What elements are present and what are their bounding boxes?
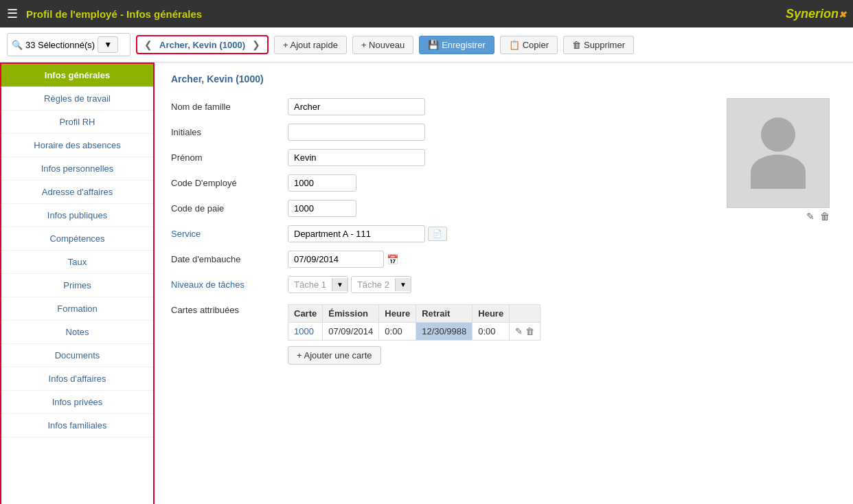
service-input[interactable] <box>288 225 425 242</box>
copier-btn[interactable]: 📋 Copier <box>500 36 558 54</box>
cartes-row: Cartes attribuées Carte Émission Heure R… <box>171 301 713 365</box>
sidebar-item-infos-personnelles[interactable]: Infos personnelles <box>1 157 153 181</box>
sidebar-item-competences[interactable]: Compétences <box>1 227 153 251</box>
search-text: 33 Sélectionné(s) <box>25 40 95 50</box>
avatar-edit-btn[interactable]: ✎ <box>806 211 815 222</box>
sidebar-item-regles-de-travail[interactable]: Règles de travail <box>1 87 153 111</box>
card-delete-btn[interactable]: 🗑 <box>525 326 534 336</box>
tache2-label: Tâche 2 <box>352 277 395 293</box>
code-employe-label: Code D'employé <box>171 178 281 188</box>
date-embauche-group: 📅 <box>288 251 398 268</box>
sidebar-item-taux[interactable]: Taux <box>1 251 153 274</box>
hamburger-icon[interactable]: ☰ <box>7 6 18 21</box>
nom-famille-row: Nom de famille <box>171 98 713 115</box>
service-label: Service <box>171 229 281 239</box>
card-heure-emission: 0:00 <box>379 323 416 341</box>
cards-section: Carte Émission Heure Retrait Heure 1000 … <box>288 304 541 365</box>
col-retrait: Retrait <box>416 305 473 323</box>
search-box[interactable]: 🔍 33 Sélectionné(s) ▼ <box>7 33 130 56</box>
search-dropdown-btn[interactable]: ▼ <box>98 36 118 53</box>
col-heure-retrait: Heure <box>473 305 510 323</box>
sidebar-item-infos-familiales[interactable]: Infos familiales <box>1 414 153 437</box>
col-heure-emission: Heure <box>379 305 416 323</box>
service-row: Service 📄 <box>171 225 713 242</box>
avatar-placeholder <box>751 117 806 189</box>
sidebar-item-primes[interactable]: Primes <box>1 274 153 297</box>
card-number: 1000 <box>288 323 323 341</box>
nom-famille-input[interactable] <box>288 98 425 115</box>
top-bar: ☰ Profil de l'employé - Infos générales … <box>0 0 853 27</box>
initiales-label: Initiales <box>171 127 281 137</box>
sidebar-item-infos-generales[interactable]: Infos générales <box>1 64 153 87</box>
card-edit-btn[interactable]: ✎ <box>515 326 523 336</box>
enregistrer-btn[interactable]: 💾 Enregistrer <box>419 36 494 54</box>
sidebar-item-infos-publiques[interactable]: Infos publiques <box>1 204 153 227</box>
avatar-actions: ✎ 🗑 <box>727 211 830 222</box>
sidebar-item-notes[interactable]: Notes <box>1 321 153 344</box>
card-heure-retrait: 0:00 <box>473 323 510 341</box>
add-card-btn[interactable]: + Ajouter une carte <box>288 346 381 365</box>
nav-next-btn[interactable]: ❯ <box>249 38 263 51</box>
sidebar-item-adresse-daffaires[interactable]: Adresse d'affaires <box>1 181 153 204</box>
nav-group: ❮ Archer, Kevin (1000) ❯ <box>136 35 269 54</box>
avatar-head <box>761 117 795 152</box>
avatar-body <box>751 154 806 189</box>
nom-famille-label: Nom de famille <box>171 102 281 112</box>
table-row: 1000 07/09/2014 0:00 12/30/9988 0:00 ✎ 🗑 <box>288 323 541 341</box>
sidebar-item-documents[interactable]: Documents <box>1 344 153 367</box>
copier-label: Copier <box>523 40 549 50</box>
sidebar-item-profil-rh[interactable]: Profil RH <box>1 111 153 134</box>
sidebar-item-formation[interactable]: Formation <box>1 297 153 321</box>
niveaux-taches-label: Niveaux de tâches <box>171 279 281 290</box>
tache2-select[interactable]: Tâche 2 ▼ <box>351 276 411 293</box>
niveaux-taches-row: Niveaux de tâches Tâche 1 ▼ Tâche 2 ▼ <box>171 276 713 293</box>
service-lookup-btn[interactable]: 📄 <box>428 227 447 241</box>
synerion-logo: Synerion✖ <box>786 7 846 21</box>
tache1-label: Tâche 1 <box>288 277 332 293</box>
prenom-input[interactable] <box>288 149 425 166</box>
date-embauche-row: Date d'embauche 📅 <box>171 251 713 268</box>
card-emission: 07/09/2014 <box>323 323 379 341</box>
avatar-delete-btn[interactable]: 🗑 <box>820 211 830 222</box>
task-group: Tâche 1 ▼ Tâche 2 ▼ <box>288 276 411 293</box>
tache2-dropdown-btn[interactable]: ▼ <box>395 278 411 291</box>
code-employe-input[interactable] <box>288 174 356 192</box>
supprimer-btn[interactable]: 🗑 Supprimer <box>563 36 634 54</box>
date-embauche-label: Date d'embauche <box>171 254 281 264</box>
sidebar-item-infos-privees[interactable]: Infos privées <box>1 391 153 414</box>
tache1-select[interactable]: Tâche 1 ▼ <box>288 276 348 293</box>
copy-icon: 📋 <box>509 40 520 50</box>
col-carte: Carte <box>288 305 323 323</box>
prenom-label: Prénom <box>171 152 281 163</box>
cartes-label: Cartes attribuées <box>171 301 281 315</box>
sidebar-item-infos-daffaires[interactable]: Infos d'affaires <box>1 367 153 391</box>
initiales-row: Initiales <box>171 124 713 141</box>
page-title: Profil de l'employé - Infos générales <box>26 8 777 20</box>
form-section: Nom de famille Initiales Prénom Code D'e… <box>171 98 837 373</box>
nav-prev-btn[interactable]: ❮ <box>141 38 155 51</box>
service-input-group: 📄 <box>288 225 447 242</box>
supprimer-label: Supprimer <box>584 40 625 50</box>
initiales-input[interactable] <box>288 124 425 141</box>
card-actions: ✎ 🗑 <box>510 323 541 341</box>
col-emission: Émission <box>323 305 379 323</box>
sidebar-item-horaire-des-absences[interactable]: Horaire des absences <box>1 134 153 157</box>
content-area: Archer, Kevin (1000) Nom de famille Init… <box>155 62 853 504</box>
tache1-dropdown-btn[interactable]: ▼ <box>332 278 348 291</box>
col-actions <box>510 305 541 323</box>
ajout-rapide-btn[interactable]: + Ajout rapide <box>274 36 347 54</box>
trash-icon: 🗑 <box>572 40 581 50</box>
nouveau-btn[interactable]: + Nouveau <box>352 36 413 54</box>
code-paie-label: Code de paie <box>171 203 281 214</box>
code-employe-row: Code D'employé <box>171 174 713 192</box>
sidebar: Infos généralesRègles de travailProfil R… <box>0 62 155 504</box>
card-retrait: 12/30/9988 <box>416 323 473 341</box>
toolbar: 🔍 33 Sélectionné(s) ▼ ❮ Archer, Kevin (1… <box>0 27 853 62</box>
code-paie-input[interactable] <box>288 200 356 217</box>
avatar-section: ✎ 🗑 <box>727 98 837 373</box>
nav-employee-label: Archer, Kevin (1000) <box>159 40 245 50</box>
prenom-row: Prénom <box>171 149 713 166</box>
date-embauche-input[interactable] <box>288 251 384 268</box>
enregistrer-label: Enregistrer <box>442 40 486 50</box>
employee-title: Archer, Kevin (1000) <box>171 73 837 84</box>
